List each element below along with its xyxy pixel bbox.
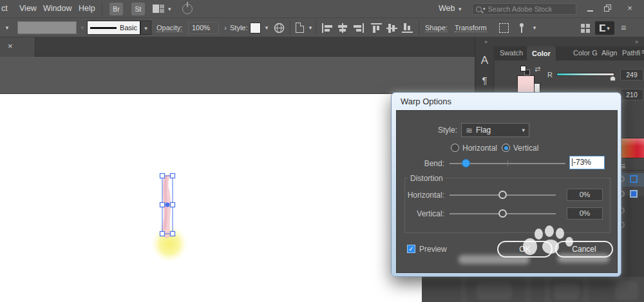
menu-item-help[interactable]: Help [79, 4, 95, 13]
document-chevron-icon[interactable]: ▾ [305, 23, 316, 33]
bend-slider-handle[interactable] [462, 159, 470, 167]
workspace-switcher-chevron-icon[interactable]: ▾ [459, 6, 462, 12]
dock-expander-icon[interactable]: » [484, 39, 487, 45]
tab-color[interactable]: Color [527, 46, 556, 61]
document-setup-globe-icon[interactable] [274, 23, 285, 33]
brush-definition-dropdown[interactable]: Basic [87, 21, 140, 35]
style-label: Style: [230, 24, 248, 32]
control-bar: ▾ ▾ Basic ▾ Opacity: 100% › Style: ▾ ▾ S… [0, 18, 644, 37]
align-left-icon[interactable] [322, 23, 333, 33]
separator [316, 21, 316, 35]
mini-fill-icon[interactable] [520, 66, 526, 71]
tab-color-guide[interactable]: Color G [573, 49, 600, 57]
panel-chevron-icon: ▾ [607, 25, 610, 32]
pasteboard[interactable] [0, 57, 475, 93]
graphic-style-swatch[interactable] [250, 23, 261, 33]
paragraph-panel-icon[interactable]: ¶ [475, 75, 494, 86]
center-anchor-point[interactable] [166, 203, 170, 207]
artboard-canvas[interactable] [0, 93, 422, 302]
selected-artwork[interactable] [147, 165, 198, 268]
warp-style-dropdown[interactable]: ≋ Flag ▾ [461, 123, 529, 137]
puppet-warp-icon[interactable] [517, 23, 526, 33]
tab-pathfinder[interactable]: Pathfin [622, 49, 640, 57]
minimize-button[interactable] [582, 3, 598, 14]
transform-link[interactable]: Transform [455, 24, 487, 32]
disabled-profile-field [17, 21, 77, 34]
align-right-icon[interactable] [353, 23, 364, 33]
variable-width-chevron-icon[interactable]: ▾ [2, 23, 12, 33]
free-transform-icon[interactable] [499, 23, 509, 33]
radio-vertical[interactable] [502, 144, 510, 152]
document-setup-icon[interactable] [296, 23, 304, 33]
stock-search-input[interactable]: ▾ Search Adobe Stock [472, 3, 576, 15]
workspace-layout-icon[interactable] [153, 5, 164, 13]
watermark-shape [583, 277, 589, 302]
panel-menu-icon[interactable]: ≡ [641, 48, 644, 55]
menu-bar: ct View Window Help Br St ▾ Web ▾ ▾ Sear… [0, 0, 644, 18]
layer-thumbnail[interactable] [630, 175, 638, 183]
tab-close-icon[interactable]: × [8, 41, 13, 51]
share-screen-icon[interactable] [182, 4, 193, 14]
distortion-group-box [404, 178, 611, 233]
align-top-icon[interactable] [371, 23, 382, 33]
swap-fill-stroke-icon[interactable]: ⇄ [535, 65, 540, 73]
radio-vertical-label[interactable]: Vertical [513, 144, 538, 153]
workspace-switcher[interactable]: Web [439, 4, 455, 13]
green-value-field[interactable]: 210 [620, 89, 643, 100]
bridge-button[interactable]: Br [109, 3, 123, 15]
tab-swatches[interactable]: Swatch [500, 49, 524, 57]
preview-label[interactable]: Preview [419, 245, 447, 254]
arrange-documents-icon[interactable] [581, 24, 590, 33]
flag-style-icon: ≋ [466, 126, 473, 135]
document-tab[interactable]: × [0, 37, 35, 57]
radio-horizontal-label[interactable]: Horizontal [462, 144, 497, 153]
layer-thumbnail[interactable] [630, 190, 638, 198]
bend-value-field[interactable]: -73% [569, 156, 605, 169]
transform-chevron-icon[interactable]: ▾ [529, 23, 540, 33]
align-vertical-center-icon[interactable] [386, 23, 397, 33]
active-panel-button[interactable]: ▾ [595, 21, 614, 35]
dock-expander-icon[interactable]: » [635, 39, 638, 45]
panel-tab-bar: Swatch Color Color G Align Pathfin ≡ [495, 46, 644, 61]
horizontal-slider-handle[interactable] [498, 191, 507, 199]
distortion-vertical-label: Vertical: [397, 209, 444, 218]
opacity-expand-icon[interactable]: › [220, 23, 231, 33]
preview-checkbox[interactable]: ✓ [407, 245, 415, 253]
restore-button[interactable] [601, 3, 618, 14]
fill-color-swatch[interactable] [517, 75, 535, 93]
red-slider-handle[interactable] [610, 76, 616, 81]
align-horizontal-center-icon[interactable] [337, 23, 348, 33]
close-button[interactable]: × [621, 3, 638, 14]
red-value-field[interactable]: 249 [620, 69, 643, 80]
radio-horizontal[interactable] [451, 144, 459, 152]
workspace-chevron-icon[interactable]: ▾ [168, 6, 171, 12]
menu-item-truncated[interactable]: ct [1, 4, 8, 13]
menu-item-window[interactable]: Window [43, 4, 71, 13]
brush-dropdown-chevron-icon[interactable]: ▾ [140, 21, 151, 35]
watermark-shape [544, 277, 551, 302]
bend-label: Bend: [397, 159, 444, 168]
stock-button[interactable]: St [131, 3, 145, 15]
panel-area-behind-dialog [422, 277, 644, 302]
document-tab-bar: × [0, 37, 475, 57]
warp-options-dialog: Warp Options Style: ≋ Flag ▾ Horizontal … [391, 92, 621, 277]
menubar-divider [102, 3, 102, 15]
align-bottom-icon[interactable] [402, 23, 413, 33]
character-panel-icon[interactable]: A [475, 54, 494, 67]
shape-link[interactable]: Shape: [425, 24, 448, 32]
opacity-field[interactable]: 100% [188, 22, 219, 34]
style-chevron-icon[interactable]: ▾ [261, 23, 272, 33]
tab-align[interactable]: Align [601, 49, 617, 57]
red-channel-label: R [547, 71, 553, 79]
watermark-shape [554, 283, 580, 300]
vertical-value-field[interactable]: 0% [567, 207, 603, 220]
vertical-slider-handle[interactable] [498, 209, 507, 218]
red-channel-slider[interactable] [556, 73, 614, 76]
separator [419, 21, 419, 35]
horizontal-value-field[interactable]: 0% [567, 189, 603, 201]
illustrator-window: ct View Window Help Br St ▾ Web ▾ ▾ Sear… [0, 0, 644, 302]
disabled-chevron-icon: ▾ [77, 23, 88, 33]
control-menu-icon[interactable]: ≡ [621, 23, 626, 33]
menu-item-view[interactable]: View [19, 4, 37, 13]
opacity-label[interactable]: Opacity: [156, 24, 182, 32]
